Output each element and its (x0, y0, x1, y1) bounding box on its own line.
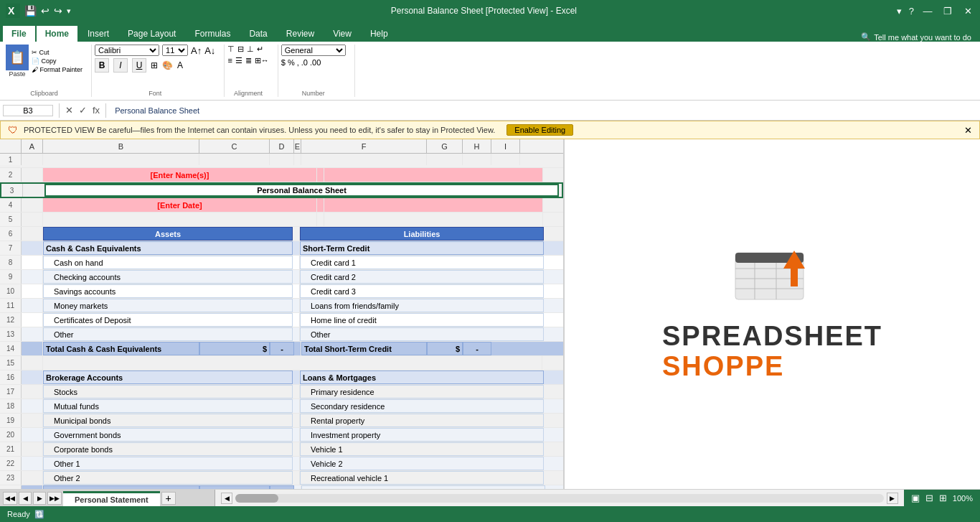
tab-review[interactable]: Review (278, 26, 323, 42)
cell-f8[interactable]: Credit card 1 (300, 256, 544, 269)
cell-f12[interactable]: Home line of credit (300, 313, 544, 327)
tab-nav-back-btn[interactable]: ◀ (19, 492, 32, 505)
tab-nav-prev-btn[interactable]: ◀◀ (3, 492, 17, 505)
undo-quick-btn[interactable]: ↩ (41, 5, 50, 17)
cell-e14[interactable] (294, 342, 301, 355)
cell-e16[interactable] (293, 370, 300, 384)
tab-page-layout[interactable]: Page Layout (119, 26, 184, 42)
cell-b1[interactable] (43, 154, 199, 165)
cell-b20[interactable]: Government bonds (43, 428, 293, 442)
cell-a1[interactable] (22, 154, 43, 165)
number-format-select[interactable]: General (281, 45, 346, 56)
cell-h1[interactable] (463, 154, 491, 165)
cell-a12[interactable] (22, 313, 43, 327)
cell-a16[interactable] (22, 370, 43, 384)
tell-me-label[interactable]: Tell me what you want to do (874, 33, 971, 42)
cell-e13[interactable] (293, 327, 300, 341)
decimal-decrease-btn[interactable]: .00 (310, 58, 321, 67)
italic-btn[interactable]: I (113, 58, 128, 73)
close-btn[interactable]: ✕ (961, 4, 974, 17)
cell-a18[interactable] (22, 399, 43, 413)
confirm-edit-icon[interactable]: ✓ (79, 105, 87, 116)
font-decrease-btn[interactable]: A↓ (204, 45, 215, 56)
wrap-text-btn[interactable]: ↵ (257, 45, 263, 54)
cancel-edit-icon[interactable]: ✕ (65, 105, 73, 116)
cell-f5[interactable] (324, 213, 543, 226)
underline-btn[interactable]: U (132, 58, 146, 73)
cell-e6[interactable] (293, 227, 300, 241)
cell-g1[interactable] (427, 154, 463, 165)
font-increase-btn[interactable]: A↑ (191, 45, 202, 56)
cell-e12[interactable] (293, 313, 300, 327)
cell-a10[interactable] (22, 284, 43, 298)
cell-f6-liab[interactable]: Liabilities (300, 227, 544, 241)
cell-a2[interactable] (22, 168, 43, 182)
minimize-btn[interactable]: — (921, 4, 934, 17)
cell-h14[interactable]: - (463, 342, 491, 355)
cell-e11[interactable] (293, 299, 300, 312)
cell-e20[interactable] (293, 428, 300, 442)
tab-file[interactable]: File (3, 26, 35, 42)
view-page-btn[interactable]: ⊞ (939, 493, 947, 503)
font-family-select[interactable]: Calibri (95, 45, 159, 56)
align-left-btn[interactable]: ≡ (227, 56, 232, 65)
cell-b18[interactable]: Mutual funds (43, 399, 293, 413)
percent-btn[interactable]: % (288, 58, 295, 67)
fill-color-btn[interactable]: 🎨 (162, 60, 173, 70)
cell-d1[interactable] (270, 154, 294, 165)
cell-b11[interactable]: Money markets (43, 299, 293, 312)
cell-a5[interactable] (22, 213, 43, 226)
cell-f2-merged[interactable] (324, 168, 543, 182)
bold-btn[interactable]: B (95, 58, 109, 73)
cell-a14[interactable] (22, 342, 43, 355)
cell-b8[interactable]: Cash on hand (43, 256, 293, 269)
cell-b13[interactable]: Other (43, 327, 293, 341)
cell-c14[interactable]: $ (199, 342, 270, 355)
help-btn[interactable]: ? (909, 6, 914, 17)
enable-editing-btn[interactable]: Enable Editing (507, 124, 573, 136)
cell-a22[interactable] (22, 457, 43, 470)
redo-quick-btn[interactable]: ↪ (54, 5, 62, 17)
tab-home[interactable]: Home (37, 26, 77, 42)
cell-b16[interactable]: Brokerage Accounts (43, 370, 293, 384)
horizontal-scrollbar-thumb[interactable] (235, 494, 278, 503)
font-color-btn[interactable]: A (177, 60, 183, 70)
align-bottom-btn[interactable]: ⊥ (247, 45, 254, 54)
cell-b17[interactable]: Stocks (43, 385, 293, 399)
cell-e7[interactable] (293, 241, 300, 255)
cell-f13[interactable]: Other (300, 327, 544, 341)
status-help-icon[interactable]: 🔃 (34, 510, 44, 519)
align-middle-btn[interactable]: ⊟ (237, 45, 244, 54)
add-sheet-btn[interactable]: + (161, 492, 176, 505)
cell-b4-merged[interactable]: [Enter Date] (43, 198, 317, 212)
cell-a17[interactable] (22, 385, 43, 399)
cell-i1[interactable] (491, 154, 520, 165)
cell-f22[interactable]: Vehicle 2 (300, 457, 544, 470)
decimal-increase-btn[interactable]: .0 (301, 58, 308, 67)
view-layout-btn[interactable]: ⊟ (925, 493, 933, 503)
cell-b3-merged[interactable]: Personal Balance Sheet (44, 184, 559, 197)
cell-a19[interactable] (22, 414, 43, 427)
cell-a20[interactable] (22, 428, 43, 442)
cell-reference-input[interactable] (3, 105, 53, 116)
cell-e9[interactable] (293, 270, 300, 284)
cell-b5[interactable] (43, 213, 317, 226)
cell-a8[interactable] (22, 256, 43, 269)
cell-b22[interactable]: Other 1 (43, 457, 293, 470)
cell-b10[interactable]: Savings accounts (43, 284, 293, 298)
protected-bar-close-icon[interactable]: ✕ (964, 125, 972, 136)
ribbon-display-btn[interactable]: ▾ (897, 6, 902, 17)
tab-nav-fwd-btn[interactable]: ▶ (33, 492, 46, 505)
tab-view[interactable]: View (324, 26, 360, 42)
formula-input[interactable] (112, 106, 977, 115)
cell-a11[interactable] (22, 299, 43, 312)
tab-nav-last-btn[interactable]: ▶▶ (47, 492, 62, 505)
cell-a3[interactable] (23, 184, 44, 197)
cell-e23[interactable] (293, 471, 300, 485)
cell-a4[interactable] (22, 198, 43, 212)
cell-b14[interactable]: Total Cash & Cash Equivalents (43, 342, 199, 355)
align-center-btn[interactable]: ☰ (235, 56, 242, 65)
cell-e18[interactable] (293, 399, 300, 413)
merge-cells-btn[interactable]: ⊞↔ (255, 56, 269, 65)
cell-f10[interactable]: Credit card 3 (300, 284, 544, 298)
